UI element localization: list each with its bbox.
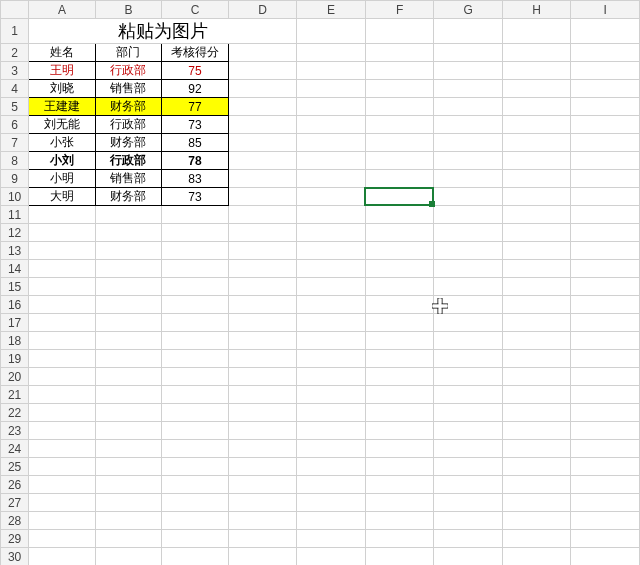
cell[interactable] [502,386,571,404]
cell[interactable] [162,512,229,530]
cell-name[interactable]: 刘无能 [29,116,96,134]
cell[interactable] [162,440,229,458]
cell[interactable] [162,548,229,566]
cell[interactable] [434,206,503,224]
cell-dept[interactable]: 销售部 [95,80,162,98]
cell[interactable] [365,332,434,350]
cell[interactable] [571,80,640,98]
row-header[interactable]: 15 [1,278,29,296]
cell[interactable] [95,332,162,350]
cell-score[interactable]: 75 [162,62,229,80]
cell[interactable] [29,404,96,422]
cell[interactable] [228,512,297,530]
cell-name[interactable]: 小明 [29,170,96,188]
spreadsheet-grid[interactable]: A B C D E F G H I 1 粘贴为图片 2 姓名 部门 考核得分 3… [0,0,640,565]
cell[interactable] [434,440,503,458]
cell[interactable] [228,152,297,170]
cell[interactable] [29,332,96,350]
row-header[interactable]: 8 [1,152,29,170]
cell[interactable] [434,188,503,206]
cell[interactable] [95,206,162,224]
cell[interactable] [365,80,434,98]
cell-dept[interactable]: 销售部 [95,170,162,188]
cell[interactable] [502,278,571,296]
cell[interactable] [365,44,434,62]
cell[interactable] [297,440,366,458]
cell[interactable] [162,476,229,494]
cell-name[interactable]: 小张 [29,134,96,152]
col-header[interactable]: H [502,1,571,19]
cell[interactable] [95,476,162,494]
cell[interactable] [29,368,96,386]
cell[interactable] [502,440,571,458]
cell[interactable] [228,332,297,350]
cell[interactable] [502,134,571,152]
cell[interactable] [29,350,96,368]
cell[interactable] [571,19,640,44]
row-header[interactable]: 24 [1,440,29,458]
cell[interactable] [228,98,297,116]
cell[interactable] [365,314,434,332]
cell[interactable] [502,260,571,278]
cell[interactable] [228,260,297,278]
cell[interactable] [502,530,571,548]
cell[interactable] [365,350,434,368]
cell[interactable] [228,458,297,476]
row-header[interactable]: 1 [1,19,29,44]
cell[interactable] [434,386,503,404]
cell[interactable] [297,62,366,80]
col-header[interactable]: E [297,1,366,19]
cell[interactable] [365,170,434,188]
cell[interactable] [434,44,503,62]
cell[interactable] [297,368,366,386]
cell[interactable] [95,422,162,440]
cell[interactable] [297,134,366,152]
cell[interactable] [297,98,366,116]
cell-name[interactable]: 王建建 [29,98,96,116]
cell[interactable] [228,422,297,440]
cell[interactable] [365,116,434,134]
cell[interactable] [571,242,640,260]
cell[interactable] [228,296,297,314]
cell[interactable] [297,332,366,350]
cell[interactable] [228,242,297,260]
cell[interactable] [228,278,297,296]
cell[interactable] [29,530,96,548]
cell[interactable] [95,224,162,242]
cell[interactable] [571,98,640,116]
cell[interactable] [162,386,229,404]
cell[interactable] [297,116,366,134]
spreadsheet-viewport[interactable]: A B C D E F G H I 1 粘贴为图片 2 姓名 部门 考核得分 3… [0,0,640,565]
cell[interactable] [228,206,297,224]
cell[interactable] [365,152,434,170]
table-header-name[interactable]: 姓名 [29,44,96,62]
row-header[interactable]: 3 [1,62,29,80]
cell[interactable] [434,404,503,422]
cell[interactable] [571,332,640,350]
cell[interactable] [502,242,571,260]
row-header[interactable]: 29 [1,530,29,548]
cell[interactable] [434,494,503,512]
cell[interactable] [228,476,297,494]
cell[interactable] [365,278,434,296]
row-header[interactable]: 27 [1,494,29,512]
cell[interactable] [162,530,229,548]
cell[interactable] [228,170,297,188]
cell[interactable] [297,278,366,296]
cell-name[interactable]: 小刘 [29,152,96,170]
cell[interactable] [365,386,434,404]
cell[interactable] [502,458,571,476]
cell[interactable] [365,368,434,386]
cell[interactable] [365,404,434,422]
cell[interactable] [434,278,503,296]
cell[interactable] [502,476,571,494]
cell[interactable] [162,404,229,422]
cell[interactable] [571,152,640,170]
row-header[interactable]: 10 [1,188,29,206]
cell[interactable] [365,512,434,530]
cell[interactable] [434,260,503,278]
cell[interactable] [29,242,96,260]
cell[interactable] [95,530,162,548]
cell[interactable] [502,188,571,206]
cell[interactable] [502,404,571,422]
